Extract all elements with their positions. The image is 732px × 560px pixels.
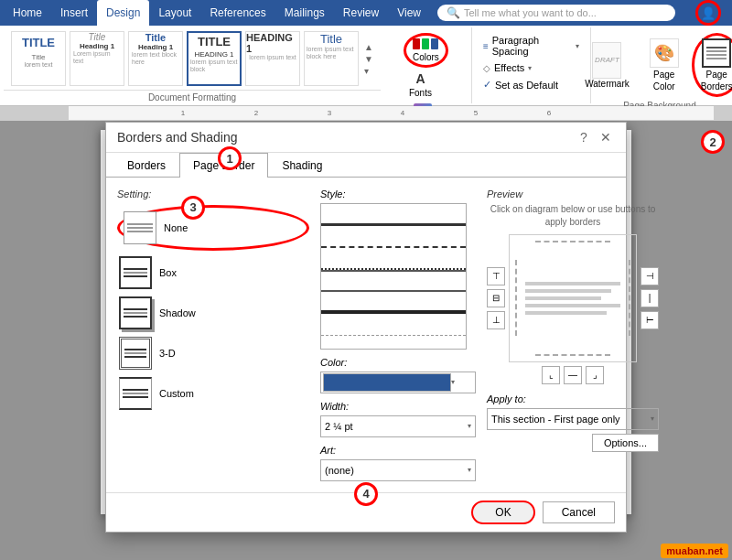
preview-label: Preview <box>487 188 659 199</box>
tab-view[interactable]: View <box>388 0 430 26</box>
color-swatch <box>323 373 451 392</box>
doc-style-title5[interactable]: Title lorem ipsum text block here <box>304 31 359 86</box>
style-scroll-down[interactable]: ▼ <box>364 54 373 64</box>
preview-left-line <box>515 260 517 336</box>
ok-button[interactable]: OK <box>471 501 534 524</box>
style-scroll-more[interactable]: ▾ <box>364 66 373 76</box>
tab-design[interactable]: Design <box>97 0 149 26</box>
setting-3d[interactable]: 3-D <box>117 335 309 372</box>
search-icon: 🔍 <box>447 6 460 19</box>
art-value: (none) <box>325 465 468 476</box>
number-2-badge: 2 <box>701 130 725 154</box>
tab-layout[interactable]: Layout <box>149 0 200 26</box>
style-label: Style: <box>320 188 476 199</box>
setting-shadow[interactable]: Shadow <box>117 295 309 331</box>
preview-top-border-btn[interactable]: ⊤ <box>487 267 505 285</box>
ribbon: Home Insert Design Layout References Mai… <box>0 0 732 106</box>
colors-fonts-group: Colors A Fonts Effects <box>381 27 472 103</box>
color-field: Color: ▾ <box>320 357 476 393</box>
dialog-right-panel: Preview Click on diagram below or use bu… <box>487 188 659 481</box>
doc-style-title2[interactable]: Title Heading 1 lorem text block here <box>128 31 183 86</box>
setting-label: Setting: <box>117 188 309 199</box>
effects-btn2[interactable]: ◇ Effects ▾ <box>479 60 535 75</box>
style-scroll-up[interactable]: ▲ <box>364 42 373 52</box>
setting-box[interactable]: Box <box>117 254 309 291</box>
cancel-button[interactable]: Cancel <box>543 501 615 523</box>
para-spacing-group: ≡ Paragraph Spacing ▾ ◇ Effects ▾ ✓ Set … <box>472 27 591 103</box>
doc-style-heading1[interactable]: Title Heading 1 Lorem ipsum text <box>70 31 124 86</box>
tab-shading[interactable]: Shading <box>268 153 336 178</box>
style-solid[interactable] <box>321 204 466 226</box>
tab-borders[interactable]: Borders <box>113 153 179 178</box>
tab-insert[interactable]: Insert <box>51 0 97 26</box>
width-label: Width: <box>320 401 476 412</box>
doc-format-label: Document Formatting <box>4 90 381 104</box>
preview-middle-border-btn[interactable]: ⊟ <box>487 289 505 307</box>
doc-style-title4[interactable]: HEADING 1 lorem ipsum text <box>245 31 300 86</box>
tab-review[interactable]: Review <box>334 0 388 26</box>
colors-button[interactable]: Colors <box>407 37 445 64</box>
preview-content-lines <box>525 282 621 315</box>
dialog-body: Setting: None <box>106 178 626 492</box>
search-placeholder: Tell me what you want to do... <box>464 7 597 18</box>
doc-style-title[interactable]: TITLE Title lorem text <box>11 31 66 86</box>
watermark-button[interactable]: DRAFT Watermark <box>577 40 637 91</box>
width-value: 2 ¼ pt <box>325 421 468 432</box>
dialog-controls: ? ✕ <box>575 128 615 146</box>
box-icon <box>119 256 152 289</box>
apply-label: Apply to: <box>487 393 659 404</box>
tab-home[interactable]: Home <box>4 0 51 26</box>
box-label: Box <box>159 267 177 278</box>
color-select[interactable]: ▾ <box>320 372 476 393</box>
setting-none[interactable]: None <box>122 210 305 246</box>
shadow-icon <box>119 296 152 329</box>
tab-mailings[interactable]: Mailings <box>275 0 334 26</box>
custom-label: Custom <box>159 388 194 399</box>
number-1-badge: 1 <box>218 146 242 170</box>
style-thin-dashed[interactable] <box>321 314 466 336</box>
preview-bl-btn[interactable]: ⌞ <box>542 366 560 384</box>
style-double[interactable] <box>321 270 466 292</box>
width-select[interactable]: 2 ¼ pt ▾ <box>320 415 476 437</box>
3d-label: 3-D <box>159 348 176 359</box>
art-select[interactable]: (none) ▾ <box>320 459 476 481</box>
style-dashed[interactable] <box>321 226 466 248</box>
ribbon-body: TITLE Title lorem text Title Heading 1 L… <box>0 26 732 106</box>
setting-custom[interactable]: Custom <box>117 375 309 412</box>
paragraph-spacing-button[interactable]: ≡ Paragraph Spacing ▾ <box>479 33 583 59</box>
tab-references[interactable]: References <box>200 0 274 26</box>
dialog-title: Borders and Shading <box>117 130 238 145</box>
apply-to-section: Apply to: This section - First page only… <box>487 393 659 430</box>
page-borders-button[interactable]: Page Borders <box>695 37 732 93</box>
fonts-button[interactable]: A Fonts <box>404 70 437 100</box>
style-list[interactable] <box>320 203 467 350</box>
apply-value: This section - First page only <box>491 414 651 425</box>
style-dotted[interactable] <box>321 248 466 270</box>
doc-format-items: TITLE Title lorem text Title Heading 1 L… <box>4 27 381 90</box>
preview-top-line <box>535 241 611 242</box>
page-background-group: DRAFT Watermark 🎨 Page Color <box>591 27 728 103</box>
pb-content: DRAFT Watermark 🎨 Page Color <box>577 29 732 97</box>
preview-br-btn[interactable]: ⌟ <box>586 366 604 384</box>
dialog-help-button[interactable]: ? <box>575 128 593 146</box>
preview-box[interactable] <box>509 234 637 362</box>
page-color-button[interactable]: 🎨 Page Color <box>644 37 684 93</box>
dialog-close-button[interactable]: ✕ <box>597 128 615 146</box>
preview-right-mid-btn[interactable]: | <box>640 289 659 307</box>
doc-style-title3[interactable]: TITLE HEADING 1 lorem ipsum text block <box>187 31 242 86</box>
apply-select[interactable]: This section - First page only ▾ <box>487 408 659 430</box>
preview-right-bot-btn[interactable]: ⊢ <box>640 311 659 329</box>
options-button[interactable]: Options... <box>592 434 659 452</box>
style-thick[interactable] <box>321 292 466 314</box>
preview-bc-btn[interactable]: — <box>564 366 582 384</box>
main-area: 2 3 Borders and Shading ? ✕ Borders <box>0 121 732 560</box>
preview-bottom-border-btn[interactable]: ⊥ <box>487 311 505 329</box>
preview-right-buttons: ⊣ | ⊢ <box>640 267 659 329</box>
dialog-overlay: 3 Borders and Shading ? ✕ Borders Page B… <box>0 121 732 560</box>
page-borders-wrapper: Page Borders <box>692 33 732 97</box>
ruler: 123456 <box>0 106 732 121</box>
user-avatar[interactable]: 👤 <box>695 0 721 26</box>
set-default-button[interactable]: ✓ Set as Default <box>479 77 562 92</box>
preview-bottom-line <box>535 354 611 356</box>
preview-right-top-btn[interactable]: ⊣ <box>640 267 659 285</box>
